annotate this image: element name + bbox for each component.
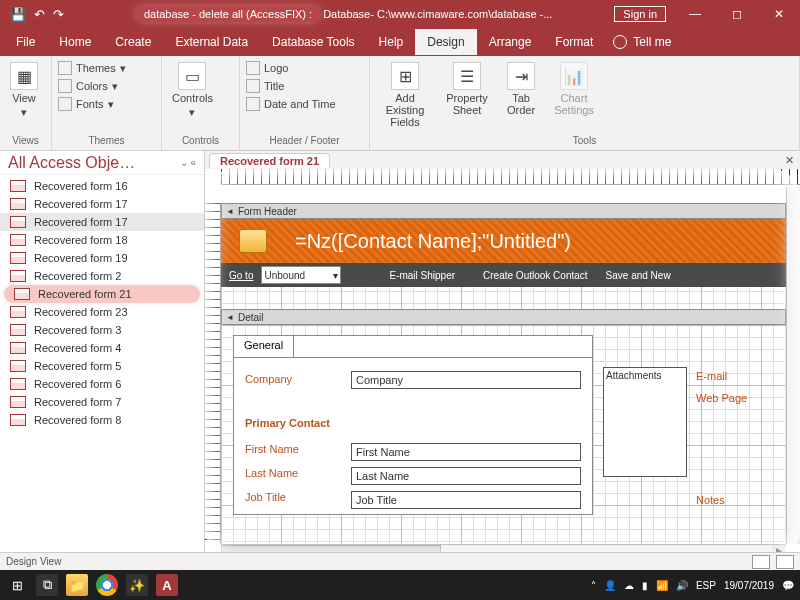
colors-button[interactable]: Colors ▾ xyxy=(58,78,118,94)
label-first[interactable]: First Name xyxy=(245,443,299,455)
nav-item[interactable]: Recovered form 19 xyxy=(0,249,204,267)
colors-icon xyxy=(58,79,72,93)
datetime-button[interactable]: Date and Time xyxy=(246,96,336,112)
tab-help[interactable]: Help xyxy=(367,29,416,55)
title-formula-label[interactable]: =Nz([Contact Name];"Untitled") xyxy=(295,230,571,253)
access-icon[interactable]: A xyxy=(156,574,178,596)
tray-date: 19/07/2019 xyxy=(724,580,774,591)
field-last[interactable]: Last Name xyxy=(351,467,581,485)
tray-volume-icon[interactable]: 🔊 xyxy=(676,580,688,591)
tellme[interactable]: Tell me xyxy=(613,35,671,49)
tab-home[interactable]: Home xyxy=(47,29,103,55)
tab-order-button[interactable]: ⇥Tab Order xyxy=(500,60,542,118)
taskbar: ⊞ ⧉ 📁 ✨ A ˄ 👤 ☁ ▮ 📶 🔊 ESP 19/07/2019 💬 xyxy=(0,570,800,600)
nav-item[interactable]: Recovered form 17 xyxy=(0,213,204,231)
section-form-header[interactable]: Form Header xyxy=(221,203,786,219)
undo-icon[interactable]: ↶ xyxy=(34,7,45,22)
nav-item[interactable]: Recovered form 16 xyxy=(0,177,204,195)
title-button[interactable]: Title xyxy=(246,78,284,94)
label-primary[interactable]: Primary Contact xyxy=(245,417,330,429)
nav-item-label: Recovered form 23 xyxy=(34,306,128,318)
status-text: Design View xyxy=(6,556,61,567)
tab-externaldata[interactable]: External Data xyxy=(163,29,260,55)
tray-cloud-icon[interactable]: ☁ xyxy=(624,580,634,591)
tab-design[interactable]: Design xyxy=(415,29,476,55)
chrome-icon[interactable] xyxy=(96,574,118,596)
email-shipper-button[interactable]: E-mail Shipper xyxy=(389,270,455,281)
nav-item[interactable]: Recovered form 7 xyxy=(0,393,204,411)
fonts-icon xyxy=(58,97,72,111)
tray-people-icon[interactable]: 👤 xyxy=(604,580,616,591)
label-web[interactable]: Web Page xyxy=(696,387,747,409)
field-first[interactable]: First Name xyxy=(351,443,581,461)
app-icon[interactable]: ✨ xyxy=(126,574,148,596)
start-button[interactable]: ⊞ xyxy=(6,574,28,596)
nav-item-label: Recovered form 21 xyxy=(38,288,132,300)
nav-item[interactable]: Recovered form 2 xyxy=(0,267,204,285)
tab-file[interactable]: File xyxy=(4,29,47,55)
save-icon[interactable]: 💾 xyxy=(10,7,26,22)
nav-item[interactable]: Recovered form 3 xyxy=(0,321,204,339)
view-button[interactable]: ▦View▾ xyxy=(6,60,42,121)
minimize-button[interactable]: — xyxy=(674,7,716,21)
doc-tab[interactable]: Recovered form 21 xyxy=(209,153,330,168)
nav-item[interactable]: Recovered form 8 xyxy=(0,411,204,429)
doc-close-icon[interactable]: ✕ xyxy=(785,154,794,167)
goto-combo[interactable]: Unbound▾ xyxy=(261,266,341,284)
label-last[interactable]: Last Name xyxy=(245,467,298,479)
tray-battery-icon[interactable]: ▮ xyxy=(642,580,648,591)
fonts-button[interactable]: Fonts ▾ xyxy=(58,96,114,112)
section-detail[interactable]: Detail xyxy=(221,309,786,325)
nav-header[interactable]: All Access Obje… ⌄ « xyxy=(0,151,204,175)
ribbon: ▦View▾ Views Themes ▾ Colors ▾ Fonts ▾ T… xyxy=(0,56,800,151)
logo-button[interactable]: Logo xyxy=(246,60,288,76)
tab-create[interactable]: Create xyxy=(103,29,163,55)
vertical-scrollbar[interactable] xyxy=(786,187,800,544)
close-button[interactable]: ✕ xyxy=(758,7,800,21)
nav-item[interactable]: Recovered form 5 xyxy=(0,357,204,375)
create-outlook-button[interactable]: Create Outlook Contact xyxy=(483,270,588,281)
nav-item[interactable]: Recovered form 18 xyxy=(0,231,204,249)
label-notes[interactable]: Notes xyxy=(696,489,747,511)
tray-notifications-icon[interactable]: 💬 xyxy=(782,580,794,591)
tab-arrange[interactable]: Arrange xyxy=(477,29,544,55)
tab-dbtools[interactable]: Database Tools xyxy=(260,29,367,55)
view-datasheet-icon[interactable] xyxy=(752,555,770,569)
explorer-icon[interactable]: 📁 xyxy=(66,574,88,596)
nav-item[interactable]: Recovered form 17 xyxy=(0,195,204,213)
tray-lang[interactable]: ESP xyxy=(696,580,716,591)
field-attachments[interactable]: Attachments xyxy=(603,367,687,477)
status-bar: Design View xyxy=(0,552,800,570)
tabpage-general[interactable]: General xyxy=(234,336,294,357)
tray-chevron-icon[interactable]: ˄ xyxy=(591,580,596,591)
label-company[interactable]: Company xyxy=(245,373,292,385)
nav-item-label: Recovered form 7 xyxy=(34,396,121,408)
property-sheet-button[interactable]: ☰Property Sheet xyxy=(440,60,494,118)
redo-icon[interactable]: ↷ xyxy=(53,7,64,22)
nav-item[interactable]: Recovered form 6 xyxy=(0,375,204,393)
label-email[interactable]: E-mail xyxy=(696,365,747,387)
controls-button[interactable]: ▭Controls▾ xyxy=(168,60,217,121)
form-icon xyxy=(10,324,26,336)
tab-format[interactable]: Format xyxy=(543,29,605,55)
design-surface[interactable]: Form Header =Nz([Contact Name];"Untitled… xyxy=(221,203,786,544)
document-area: Recovered form 21 ✕ Form Header =Nz([Con… xyxy=(205,151,800,558)
chart-settings-button[interactable]: 📊Chart Settings xyxy=(548,60,600,118)
add-fields-button[interactable]: ⊞Add Existing Fields xyxy=(376,60,434,130)
taskview-icon[interactable]: ⧉ xyxy=(36,574,58,596)
field-job[interactable]: Job Title xyxy=(351,491,581,509)
signin-button[interactable]: Sign in xyxy=(614,6,666,22)
tray-wifi-icon[interactable]: 📶 xyxy=(656,580,668,591)
field-company[interactable]: Company xyxy=(351,371,581,389)
restore-button[interactable]: ◻ xyxy=(716,7,758,21)
label-job[interactable]: Job Title xyxy=(245,491,286,503)
nav-item[interactable]: Recovered form 23 xyxy=(0,303,204,321)
propsheet-icon: ☰ xyxy=(453,62,481,90)
nav-item-label: Recovered form 19 xyxy=(34,252,128,264)
nav-item[interactable]: Recovered form 21 xyxy=(4,285,200,303)
themes-button[interactable]: Themes ▾ xyxy=(58,60,126,76)
view-design-icon[interactable] xyxy=(776,555,794,569)
nav-item-label: Recovered form 18 xyxy=(34,234,128,246)
save-new-button[interactable]: Save and New xyxy=(606,270,671,281)
nav-item[interactable]: Recovered form 4 xyxy=(0,339,204,357)
